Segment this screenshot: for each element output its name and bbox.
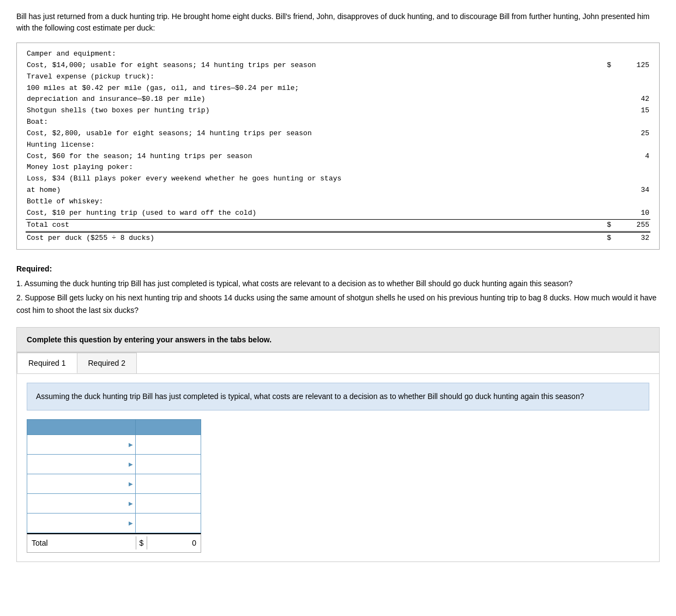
answer-item-input-1[interactable] bbox=[27, 457, 135, 470]
cost-row-dollar-14 bbox=[601, 208, 612, 219]
cost-row-amount-1: 125 bbox=[612, 60, 650, 71]
cost-row-dollar-11 bbox=[601, 173, 612, 185]
cost-row-label-0: Camper and equipment: bbox=[26, 49, 601, 60]
cost-row-label-8: Hunting license: bbox=[26, 140, 601, 151]
cost-row-amount-7: 25 bbox=[612, 128, 650, 140]
required-item2: 2. Suppose Bill gets lucky on his next h… bbox=[16, 292, 660, 316]
answer-amount-cell-0[interactable] bbox=[136, 434, 201, 454]
cost-row-label-1: Cost, $14,000; usable for eight seasons;… bbox=[26, 60, 601, 71]
answer-amount-input-1[interactable] bbox=[136, 457, 201, 470]
answer-item-input-2[interactable] bbox=[27, 477, 135, 490]
cost-row-label-15: Total cost bbox=[26, 219, 601, 232]
cost-row-amount-11 bbox=[612, 173, 650, 185]
answer-amount-input-3[interactable] bbox=[136, 497, 201, 510]
answer-amount-cell-3[interactable] bbox=[136, 493, 201, 513]
intro-paragraph: Bill has just returned from a duck hunti… bbox=[16, 11, 660, 34]
complete-box: Complete this question by entering your … bbox=[16, 327, 660, 352]
cost-row-label-2: Travel expense (pickup truck): bbox=[26, 71, 601, 83]
cost-row-label-9: Cost, $60 for the season; 14 hunting tri… bbox=[26, 151, 601, 162]
total-label: Total bbox=[27, 536, 136, 549]
cost-row-label-6: Boat: bbox=[26, 117, 601, 128]
cost-row-dollar-4 bbox=[601, 94, 612, 105]
answer-amount-input-4[interactable] bbox=[136, 516, 201, 529]
answer-item-input-0[interactable] bbox=[27, 438, 135, 451]
cost-row-dollar-8 bbox=[601, 140, 612, 151]
answer-row-1 bbox=[27, 454, 201, 474]
cost-row-amount-12: 34 bbox=[612, 185, 650, 196]
answer-item-cell-4[interactable] bbox=[27, 513, 136, 533]
cost-row-amount-15: 255 bbox=[612, 219, 650, 232]
total-dollar: $ bbox=[136, 536, 147, 549]
tab1-description: Assuming the duck hunting trip Bill has … bbox=[27, 383, 649, 410]
cost-row-amount-8 bbox=[612, 140, 650, 151]
answer-table-wrapper: Total $ 0 bbox=[27, 419, 201, 553]
answer-amount-cell-4[interactable] bbox=[136, 513, 201, 533]
cost-row-amount-16: 32 bbox=[612, 232, 650, 244]
cost-row-label-14: Cost, $10 per hunting trip (used to ward… bbox=[26, 208, 601, 219]
cost-row-dollar-2 bbox=[601, 71, 612, 83]
cost-row-amount-14: 10 bbox=[612, 208, 650, 219]
cost-row-dollar-12 bbox=[601, 185, 612, 196]
cost-row-dollar-7 bbox=[601, 128, 612, 140]
cost-row-amount-6 bbox=[612, 117, 650, 128]
answer-item-cell-2[interactable] bbox=[27, 474, 136, 493]
required-item1: 1. Assuming the duck hunting trip Bill h… bbox=[16, 277, 660, 289]
cost-row-amount-3 bbox=[612, 83, 650, 94]
answer-item-cell-0[interactable] bbox=[27, 434, 136, 454]
complete-box-text: Complete this question by entering your … bbox=[27, 335, 649, 344]
tab-bar: Required 1 Required 2 bbox=[17, 353, 659, 374]
cost-row-amount-13 bbox=[612, 196, 650, 208]
cost-row-amount-5: 15 bbox=[612, 105, 650, 117]
cost-row-amount-10 bbox=[612, 162, 650, 173]
answer-table-header-row bbox=[27, 419, 201, 434]
cost-table-wrapper: Camper and equipment:Cost, $14,000; usab… bbox=[16, 43, 660, 250]
cost-row-dollar-15: $ bbox=[601, 219, 612, 232]
tabs-container: Required 1 Required 2 Assuming the duck … bbox=[16, 352, 660, 562]
cost-row-amount-9: 4 bbox=[612, 151, 650, 162]
required-section: Required: 1. Assuming the duck hunting t… bbox=[16, 263, 660, 316]
answer-row-2 bbox=[27, 474, 201, 493]
answer-item-cell-3[interactable] bbox=[27, 493, 136, 513]
cost-row-dollar-10 bbox=[601, 162, 612, 173]
cost-row-label-11: Loss, $34 (Bill plays poker every weeken… bbox=[26, 173, 601, 185]
cost-row-amount-0 bbox=[612, 49, 650, 60]
answer-row-3 bbox=[27, 493, 201, 513]
answer-amount-cell-2[interactable] bbox=[136, 474, 201, 493]
cost-row-dollar-1: $ bbox=[601, 60, 612, 71]
cost-table: Camper and equipment:Cost, $14,000; usab… bbox=[26, 49, 650, 244]
answer-amount-input-0[interactable] bbox=[136, 438, 201, 451]
cost-row-label-12: at home) bbox=[26, 185, 601, 196]
cost-row-label-5: Shotgun shells (two boxes per hunting tr… bbox=[26, 105, 601, 117]
cost-row-label-10: Money lost playing poker: bbox=[26, 162, 601, 173]
answer-item-input-4[interactable] bbox=[27, 516, 135, 529]
required-heading: Required: bbox=[16, 264, 52, 273]
cost-row-label-4: depreciation and insurance—$0.18 per mil… bbox=[26, 94, 601, 105]
tab-required-1[interactable]: Required 1 bbox=[17, 353, 77, 373]
cost-row-amount-2 bbox=[612, 71, 650, 83]
cost-row-dollar-13 bbox=[601, 196, 612, 208]
cost-row-amount-4: 42 bbox=[612, 94, 650, 105]
cost-row-dollar-0 bbox=[601, 49, 612, 60]
cost-row-dollar-9 bbox=[601, 151, 612, 162]
answer-col-amount-header bbox=[136, 419, 201, 434]
answer-amount-cell-1[interactable] bbox=[136, 454, 201, 474]
answer-item-input-3[interactable] bbox=[27, 497, 135, 510]
answer-row-0 bbox=[27, 434, 201, 454]
cost-row-dollar-6 bbox=[601, 117, 612, 128]
answer-item-cell-1[interactable] bbox=[27, 454, 136, 474]
cost-row-label-3: 100 miles at $0.42 per mile (gas, oil, a… bbox=[26, 83, 601, 94]
total-value: 0 bbox=[147, 536, 201, 549]
answer-col-item-header bbox=[27, 419, 136, 434]
answer-amount-input-2[interactable] bbox=[136, 477, 201, 490]
answer-table bbox=[27, 419, 201, 533]
cost-row-label-16: Cost per duck ($255 ÷ 8 ducks) bbox=[26, 232, 601, 244]
cost-row-label-7: Cost, $2,800, usable for eight seasons; … bbox=[26, 128, 601, 140]
cost-row-dollar-3 bbox=[601, 83, 612, 94]
tab-required-2[interactable]: Required 2 bbox=[77, 353, 137, 373]
answer-row-4 bbox=[27, 513, 201, 533]
tab1-content: Assuming the duck hunting trip Bill has … bbox=[17, 374, 659, 561]
cost-row-dollar-16: $ bbox=[601, 232, 612, 244]
cost-row-dollar-5 bbox=[601, 105, 612, 117]
cost-row-label-13: Bottle of whiskey: bbox=[26, 196, 601, 208]
total-row: Total $ 0 bbox=[27, 533, 201, 553]
